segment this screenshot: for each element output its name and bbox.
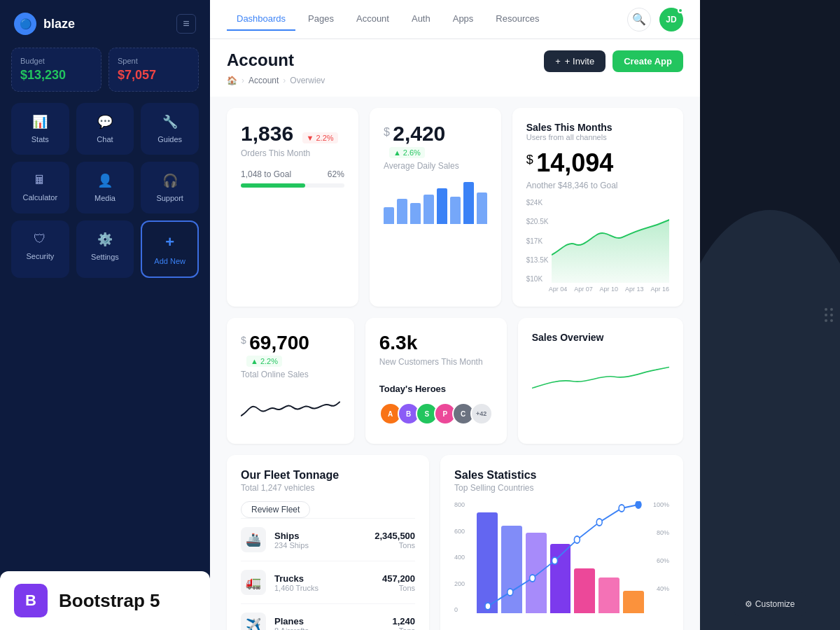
ships-icon: 🚢 — [241, 527, 266, 552]
bar-7 — [463, 182, 474, 224]
sales-stats-chart: 800 600 400 200 0 100% 80% 60% 40% — [454, 501, 669, 627]
sidebar-item-support[interactable]: 🎧 Support — [141, 162, 199, 214]
fleet-amount: 2,345,500 — [374, 531, 415, 541]
sidebar-item-security[interactable]: 🛡 Security — [11, 220, 69, 278]
svg-point-1 — [507, 589, 513, 596]
bar-4 — [424, 195, 434, 224]
goal-pct: 62% — [328, 169, 344, 179]
tab-pages[interactable]: Pages — [298, 8, 344, 31]
budget-value: $13,230 — [20, 68, 92, 83]
tab-account[interactable]: Account — [346, 8, 399, 31]
breadcrumb-account[interactable]: Account — [248, 76, 279, 85]
tab-resources[interactable]: Resources — [486, 8, 549, 31]
dark-blob — [700, 210, 840, 630]
fleet-item-trucks: 🚛 Trucks 1,460 Trucks 457,200 Tons — [241, 561, 415, 603]
online-sales-card: $ 69,700 ▲ 2.2% Total Online Sales — [227, 318, 354, 444]
progress-bar-bg — [241, 183, 344, 188]
sidebar: 🔵 blaze ≡ Budget $13,230 Spent $7,057 📊 … — [0, 0, 210, 630]
main-content: Dashboards Pages Account Auth Apps Resou… — [210, 0, 700, 630]
stats-row-2: $ 69,700 ▲ 2.2% Total Online Sales 6.3k … — [227, 318, 683, 444]
svg-point-7 — [636, 501, 641, 508]
create-app-button[interactable]: Create App — [612, 50, 683, 72]
fleet-name: Ships — [274, 531, 374, 541]
sidebar-item-label: Add New — [154, 257, 186, 265]
sidebar-item-add-new[interactable]: + Add New — [141, 220, 199, 278]
new-customers-value: 6.3k — [379, 332, 418, 354]
media-icon: 👤 — [97, 173, 113, 188]
sidebar-item-label: Calculator — [23, 193, 58, 202]
svg-point-2 — [530, 575, 536, 582]
fleet-count: 8 Aircrafts — [274, 626, 393, 631]
planes-icon: ✈️ — [241, 612, 266, 630]
sales-sub: Another $48,346 to Goal — [526, 181, 669, 190]
bar-1 — [384, 207, 394, 224]
dollar-prefix: $ — [384, 126, 390, 139]
heroes-section: Today's Heroes A B S P C +42 — [379, 384, 493, 425]
svg-point-6 — [619, 505, 624, 512]
bootstrap-icon: B — [14, 584, 48, 617]
sidebar-item-label: Media — [94, 194, 115, 202]
support-icon: 🎧 — [162, 173, 178, 188]
nav-grid: 📊 Stats 💬 Chat 🔧 Guides 🖩 Calculator 👤 M… — [0, 103, 210, 278]
fleet-value: 1,240 Tons — [393, 616, 416, 631]
tab-dashboards[interactable]: Dashboards — [227, 8, 295, 31]
pct-labels: 100% 80% 60% 40% — [647, 501, 669, 613]
wavy-chart — [241, 388, 340, 430]
fleet-name: Trucks — [274, 573, 382, 584]
fleet-amount: 1,240 — [393, 616, 416, 626]
tab-auth[interactable]: Auth — [402, 8, 440, 31]
invite-button[interactable]: + + Invite — [544, 50, 606, 72]
guides-icon: 🔧 — [162, 114, 178, 130]
sidebar-item-stats[interactable]: 📊 Stats — [11, 103, 69, 155]
sidebar-item-label: Stats — [31, 135, 49, 144]
sales-month-card: Sales This Months Users from all channel… — [512, 108, 683, 307]
search-button[interactable]: 🔍 — [627, 8, 651, 31]
spent-label: Spent — [118, 57, 190, 65]
bootstrap-badge: B Bootstrap 5 — [0, 571, 210, 630]
logo-text: blaze — [43, 17, 75, 31]
orders-value: 1,836 — [241, 122, 293, 145]
daily-sales-card: $ 2,420 ▲ 2.6% Average Daily Sales — [370, 108, 501, 307]
budget-row: Budget $13,230 Spent $7,057 — [0, 48, 210, 103]
orders-card: 1,836 ▼ 2.2% Orders This Month 1,048 to … — [227, 108, 358, 307]
card-header: Sales This Months Users from all channel… — [526, 122, 669, 141]
extended-card: Sales Overview — [518, 318, 683, 444]
tab-apps[interactable]: Apps — [443, 8, 484, 31]
top-nav-links: Dashboards Pages Account Auth Apps Resou… — [227, 8, 550, 31]
orders-label: Orders This Month — [241, 148, 344, 158]
sidebar-item-guides[interactable]: 🔧 Guides — [141, 103, 199, 155]
dashboard-content: 1,836 ▼ 2.2% Orders This Month 1,048 to … — [210, 97, 700, 630]
online-indicator — [678, 8, 683, 13]
sidebar-item-label: Security — [26, 252, 54, 260]
fleet-count: 234 Ships — [274, 541, 374, 550]
user-avatar[interactable]: JD — [659, 8, 683, 31]
bar-8 — [477, 192, 487, 224]
budget-label: Budget — [20, 57, 92, 65]
sidebar-item-media[interactable]: 👤 Media — [76, 162, 134, 214]
sidebar-item-label: Settings — [91, 253, 119, 261]
daily-sales-chart — [384, 182, 487, 224]
top-nav-right: 🔍 JD — [627, 8, 683, 31]
chat-icon: 💬 — [97, 114, 113, 130]
daily-sales-label: Average Daily Sales — [384, 161, 487, 171]
trucks-icon: 🚛 — [241, 570, 266, 595]
bar-3 — [410, 203, 421, 224]
svg-point-5 — [596, 519, 602, 526]
orders-badge: ▼ 2.2% — [302, 132, 338, 144]
sidebar-item-chat[interactable]: 💬 Chat — [76, 103, 134, 155]
new-customers-label: New Customers This Month — [379, 357, 493, 367]
breadcrumb-home[interactable]: 🏠 — [227, 76, 237, 85]
sales-stats-card: Sales Statistics Top Selling Countries 8… — [440, 455, 683, 630]
sales-month-title: Sales This Months — [526, 122, 612, 133]
customize-button[interactable]: ⚙ Customize — [734, 592, 806, 616]
sidebar-item-calculator[interactable]: 🖩 Calculator — [11, 162, 69, 214]
sidebar-item-settings[interactable]: ⚙️ Settings — [76, 220, 134, 278]
bootstrap-label: Bootstrap 5 — [59, 590, 160, 612]
progress-section: 1,048 to Goal 62% — [241, 169, 344, 188]
online-sales-value: 69,700 — [249, 332, 309, 354]
heroes-count: +42 — [470, 402, 493, 425]
fleet-item-ships: 🚢 Ships 234 Ships 2,345,500 Tons — [241, 518, 415, 561]
menu-toggle-button[interactable]: ≡ — [176, 14, 196, 34]
bar-5 — [437, 188, 447, 224]
review-fleet-button[interactable]: Review Fleet — [241, 501, 310, 518]
